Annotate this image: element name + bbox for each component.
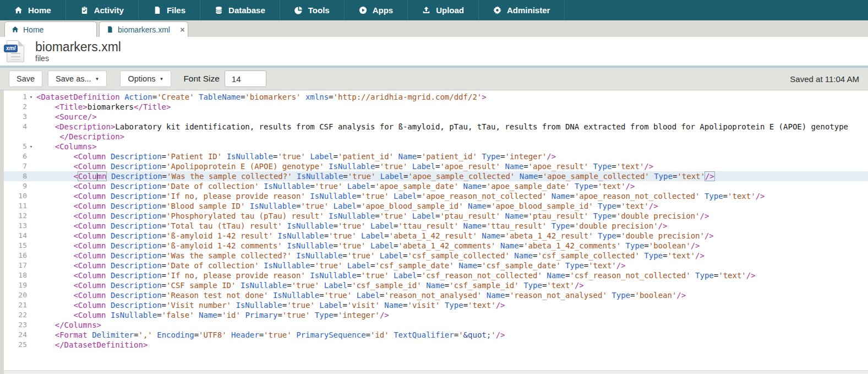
code-line[interactable]: 3 <Source/> — [4, 112, 868, 122]
fold-arrow-icon[interactable]: ▾ — [27, 142, 35, 151]
nav-item-administer[interactable]: Administer — [479, 0, 565, 20]
code-line[interactable]: 22 <Column IsNullable='false' Name='id' … — [4, 310, 868, 320]
line-number: 25 — [18, 340, 27, 350]
editor-toolbar: Save Save as... ▼ Options ▼ Font Size Sa… — [0, 68, 868, 90]
line-number: 1 — [23, 92, 27, 102]
home-icon — [14, 6, 23, 14]
nav-item-label: Database — [228, 6, 265, 15]
nav-item-tools[interactable]: Tools — [280, 0, 345, 20]
code-line[interactable]: 20 <Column Description='Reason test not … — [4, 290, 868, 300]
code-line[interactable]: 5▾ <Columns> — [4, 142, 868, 151]
options-label: Options — [128, 74, 155, 83]
font-size-input[interactable] — [225, 71, 266, 87]
line-number-gutter: 21 — [4, 300, 35, 310]
database-icon — [215, 6, 223, 14]
nav-item-label: Apps — [373, 6, 394, 15]
code-line[interactable]: 4 <Description>Laboratory kit identifica… — [4, 122, 868, 132]
tab-home[interactable]: Home — [4, 21, 97, 37]
line-number: 11 — [18, 201, 27, 211]
nav-item-label: Activity — [94, 6, 124, 15]
tab-label: Home — [23, 25, 43, 34]
code-line[interactable]: 6 <Column Description='Patient ID' IsNul… — [4, 151, 868, 161]
code-line[interactable]: 24 <Format Delimiter=',' Encoding='UTF8'… — [4, 330, 868, 340]
line-number: 3 — [23, 112, 27, 122]
line-number-gutter: 10 — [4, 191, 35, 201]
save-status: Saved at 11:04 AM — [790, 74, 859, 84]
code-line[interactable]: 17 <Column Description='Date of collecti… — [4, 261, 868, 270]
nav-item-files[interactable]: Files — [139, 0, 200, 20]
file-icon — [153, 6, 161, 14]
line-number: 9 — [23, 181, 27, 191]
line-number: 12 — [18, 211, 27, 221]
line-number: 14 — [18, 231, 27, 241]
code-line[interactable]: 15 <Column Description='ß-amyloid 1-42 c… — [4, 241, 868, 251]
line-number-gutter: 6 — [4, 151, 35, 161]
line-number: 10 — [18, 191, 27, 201]
tab-bar: Homebiomarkers.xml× — [0, 20, 868, 37]
line-number: 19 — [18, 280, 27, 290]
line-number-gutter: 8 — [4, 171, 35, 181]
code-line[interactable]: 7 <Column Description='Apolipoprotein E … — [4, 161, 868, 171]
chevron-down-icon: ▼ — [159, 77, 163, 82]
nav-item-label: Upload — [436, 6, 464, 15]
code-line[interactable]: 10 <Column Description='If no, please pr… — [4, 191, 868, 201]
xml-file-icon: xml — [7, 40, 24, 62]
line-number: 21 — [18, 300, 27, 310]
line-number-gutter: 7 — [4, 161, 35, 171]
home-icon — [12, 26, 19, 33]
code-line[interactable]: 14 <Column Description='ß-amyloid 1-42 r… — [4, 231, 868, 241]
code-line[interactable]: 8 <Column Description='Was the sample co… — [4, 171, 868, 181]
code-line[interactable]: 23 </Columns> — [4, 320, 868, 330]
line-number-gutter: 23 — [4, 320, 35, 330]
code-line[interactable]: 13 <Column Description='Total tau (tTau)… — [4, 221, 868, 231]
nav-item-apps[interactable]: Apps — [345, 0, 408, 20]
nav-item-home[interactable]: Home — [0, 0, 66, 20]
code-line[interactable]: 12 <Column Description='Phosphorylated t… — [4, 211, 868, 221]
save-as-button[interactable]: Save as... ▼ — [48, 71, 107, 87]
line-number-gutter: 13 — [4, 221, 35, 231]
nav-item-upload[interactable]: Upload — [408, 0, 479, 20]
app-window: HomeActivityFilesDatabaseToolsAppsUpload… — [0, 0, 868, 374]
page-subtitle: files — [35, 54, 121, 63]
doc-text-lines — [11, 53, 20, 60]
line-number: 8 — [23, 171, 27, 181]
nav-item-label: Administer — [507, 6, 550, 15]
tab-biomarkers-xml[interactable]: biomarkers.xml× — [99, 21, 188, 37]
save-button[interactable]: Save — [9, 71, 42, 87]
line-number: 20 — [18, 290, 27, 300]
tab-label: biomarkers.xml — [118, 25, 170, 34]
line-number-gutter: 16 — [4, 251, 35, 261]
code-line[interactable]: 1▾<DatasetDefinition Action='Create' Tab… — [4, 92, 868, 102]
line-number-gutter: 15 — [4, 241, 35, 251]
line-number: 24 — [18, 330, 27, 340]
line-number-gutter: 1▾ — [4, 92, 35, 102]
chevron-down-icon: ▼ — [95, 77, 100, 82]
line-number-gutter: 14 — [4, 231, 35, 241]
code-line[interactable]: 18 <Column Description='If no, please pr… — [4, 270, 868, 280]
file-header: xml biomarkers.xml files — [0, 37, 868, 66]
code-line[interactable]: </Description> — [4, 132, 868, 142]
code-line[interactable]: 16 <Column Description='Was the sample c… — [4, 251, 868, 261]
nav-item-label: Files — [167, 6, 185, 15]
nav-item-database[interactable]: Database — [200, 0, 280, 20]
code-line[interactable]: 9 <Column Description='Date of collectio… — [4, 181, 868, 191]
matching-bracket-highlight: /> — [705, 172, 714, 181]
editor-bottom-margin — [4, 370, 868, 374]
line-number-gutter: 4 — [4, 122, 35, 132]
fold-arrow-icon[interactable]: ▾ — [27, 92, 35, 102]
nav-item-activity[interactable]: Activity — [66, 0, 139, 20]
line-number: 18 — [18, 270, 27, 280]
page-title: biomarkers.xml — [35, 40, 121, 53]
code-line[interactable]: 25 </DatasetDefinition> — [4, 340, 868, 350]
options-button[interactable]: Options ▼ — [120, 71, 171, 87]
code-line[interactable]: 2 <Title>biomarkers</Title> — [4, 102, 868, 112]
close-icon[interactable]: × — [174, 25, 185, 34]
play-circle-icon — [359, 6, 367, 14]
code-line[interactable]: 11 <Column Description='Blood sample ID'… — [4, 201, 868, 211]
line-number-gutter: 9 — [4, 181, 35, 191]
line-number-gutter: 20 — [4, 290, 35, 300]
line-number-gutter — [4, 132, 35, 142]
code-line[interactable]: 19 <Column Description='CSF sample ID' I… — [4, 280, 868, 290]
code-line[interactable]: 21 <Column Description='Visit number' Is… — [4, 300, 868, 310]
code-rows: 1▾<DatasetDefinition Action='Create' Tab… — [4, 92, 868, 350]
